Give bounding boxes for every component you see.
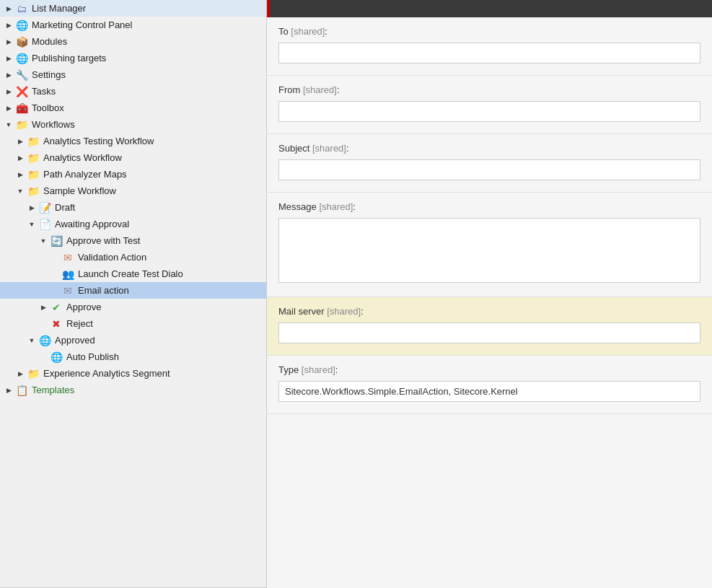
toggle-approved[interactable]: ▼	[26, 337, 38, 344]
toggle-awaiting-approval[interactable]: ▼	[26, 221, 38, 228]
sidebar-item-publishing-targets[interactable]: ▶🌐Publishing targets	[0, 50, 266, 66]
sidebar-item-marketing-control-panel[interactable]: ▶🌐Marketing Control Panel	[0, 17, 266, 33]
sidebar-item-workflows[interactable]: ▼📁Workflows	[0, 116, 266, 133]
sidebar-item-analytics-workflow[interactable]: ▶📁Analytics Workflow	[0, 149, 266, 166]
form-label-type: Type [shared]:	[278, 364, 700, 375]
sidebar-item-tasks[interactable]: ▶❌Tasks	[0, 83, 266, 100]
label-draft: Draft	[55, 202, 75, 213]
input-from[interactable]	[278, 101, 700, 122]
toggle-analytics-testing-workflow[interactable]: ▶	[14, 138, 26, 145]
icon-tasks: ❌	[14, 87, 29, 97]
toggle-workflows[interactable]: ▼	[3, 121, 14, 128]
sidebar-item-approve[interactable]: ▶✔Approve	[0, 299, 266, 315]
input-mail-server[interactable]	[278, 322, 700, 343]
sidebar-item-list-manager[interactable]: ▶🗂List Manager	[0, 0, 266, 17]
toggle-settings[interactable]: ▶	[3, 71, 14, 79]
label-publishing-targets: Publishing targets	[32, 53, 106, 63]
sidebar-item-reject[interactable]: ✖Reject	[0, 315, 266, 332]
sidebar-item-draft[interactable]: ▶📝Draft	[0, 199, 266, 216]
icon-auto-publish: 🌐	[49, 352, 63, 362]
sidebar-item-validation-action[interactable]: ✉Validation Action	[0, 249, 266, 266]
toggle-sample-workflow[interactable]: ▼	[14, 188, 26, 195]
form-label-subject: Subject [shared]:	[278, 143, 700, 154]
label-sample-workflow: Sample Workflow	[43, 185, 116, 196]
toggle-list-manager[interactable]: ▶	[3, 5, 14, 12]
sidebar-item-auto-publish[interactable]: 🌐Auto Publish	[0, 348, 266, 365]
label-toolbox: Toolbox	[32, 102, 64, 113]
form-label-to: To [shared]:	[278, 26, 700, 37]
label-tasks: Tasks	[32, 86, 56, 97]
icon-analytics-workflow: 📁	[26, 153, 40, 163]
input-message[interactable]	[278, 218, 700, 283]
icon-awaiting-approval: 📄	[38, 219, 52, 229]
toggle-toolbox[interactable]: ▶	[3, 105, 14, 112]
icon-workflows: 📁	[14, 120, 29, 130]
icon-list-manager: 🗂	[14, 4, 29, 14]
icon-reject: ✖	[49, 319, 63, 329]
label-settings: Settings	[32, 69, 66, 80]
label-validation-action: Validation Action	[78, 252, 146, 263]
input-subject[interactable]	[278, 159, 700, 180]
label-launch-create-test-dialog: Launch Create Test Dialo	[78, 268, 183, 279]
icon-settings: 🔧	[14, 70, 29, 80]
icon-path-analyzer-maps: 📁	[26, 170, 40, 180]
icon-launch-create-test-dialog: 👥	[61, 269, 75, 279]
sidebar: ▶🗂List Manager▶🌐Marketing Control Panel▶…	[0, 0, 267, 588]
form-section-mail-server: Mail server [shared]:	[267, 297, 712, 356]
form-section-from: From [shared]:	[267, 76, 712, 134]
label-marketing-control-panel: Marketing Control Panel	[32, 19, 132, 30]
toggle-publishing-targets[interactable]: ▶	[3, 55, 14, 62]
label-list-manager: List Manager	[32, 3, 86, 14]
icon-sample-workflow: 📁	[26, 186, 40, 196]
toggle-templates[interactable]: ▶	[3, 387, 14, 394]
toggle-analytics-workflow[interactable]: ▶	[14, 154, 26, 162]
input-type[interactable]	[278, 381, 700, 402]
icon-toolbox: 🧰	[14, 103, 29, 113]
shared-badge-from: [shared]	[303, 84, 337, 95]
sidebar-item-toolbox[interactable]: ▶🧰Toolbox	[0, 100, 266, 116]
form-label-message: Message [shared]:	[278, 201, 700, 212]
toggle-approve-with-test[interactable]: ▼	[38, 237, 49, 245]
toggle-path-analyzer-maps[interactable]: ▶	[14, 171, 26, 178]
label-approve-with-test: Approve with Test	[66, 235, 140, 246]
label-analytics-workflow: Analytics Workflow	[43, 152, 122, 163]
main-panel: To [shared]:From [shared]:Subject [share…	[267, 0, 712, 588]
toggle-experience-analytics-segment[interactable]: ▶	[14, 370, 26, 377]
shared-badge-to: [shared]	[291, 26, 325, 37]
icon-approved: 🌐	[38, 335, 52, 346]
input-to[interactable]	[278, 43, 700, 63]
sidebar-item-email-action[interactable]: ✉Email action	[0, 282, 266, 299]
sidebar-item-approve-with-test[interactable]: ▼🔄Approve with Test	[0, 232, 266, 249]
sidebar-item-analytics-testing-workflow[interactable]: ▶📁Analytics Testing Workflow	[0, 133, 266, 149]
toggle-approve[interactable]: ▶	[38, 304, 49, 311]
sidebar-item-templates[interactable]: ▶📋Templates	[0, 382, 266, 398]
sidebar-item-launch-create-test-dialog[interactable]: 👥Launch Create Test Dialo	[0, 266, 266, 282]
sidebar-item-path-analyzer-maps[interactable]: ▶📁Path Analyzer Maps	[0, 166, 266, 183]
sidebar-item-approved[interactable]: ▼🌐Approved	[0, 332, 266, 348]
toggle-tasks[interactable]: ▶	[3, 88, 14, 95]
toggle-marketing-control-panel[interactable]: ▶	[3, 22, 14, 29]
icon-approve-with-test: 🔄	[49, 236, 63, 246]
sidebar-item-sample-workflow[interactable]: ▼📁Sample Workflow	[0, 183, 266, 199]
sidebar-item-modules[interactable]: ▶📦Modules	[0, 33, 266, 50]
label-approved: Approved	[55, 335, 95, 346]
label-approve: Approve	[66, 302, 101, 312]
label-path-analyzer-maps: Path Analyzer Maps	[43, 169, 127, 180]
icon-marketing-control-panel: 🌐	[14, 20, 29, 30]
label-modules: Modules	[32, 36, 67, 47]
label-reject: Reject	[66, 318, 93, 329]
label-auto-publish: Auto Publish	[66, 351, 119, 362]
toggle-modules[interactable]: ▶	[3, 38, 14, 45]
sidebar-scroll[interactable]: ▶🗂List Manager▶🌐Marketing Control Panel▶…	[0, 0, 266, 587]
form-label-from: From [shared]:	[278, 84, 700, 95]
sidebar-item-awaiting-approval[interactable]: ▼📄Awaiting Approval	[0, 216, 266, 232]
sidebar-item-settings[interactable]: ▶🔧Settings	[0, 66, 266, 83]
shared-badge-type: [shared]	[302, 364, 335, 375]
icon-templates: 📋	[14, 385, 29, 395]
toggle-draft[interactable]: ▶	[26, 204, 38, 211]
icon-draft: 📝	[38, 203, 52, 213]
sidebar-item-experience-analytics-segment[interactable]: ▶📁Experience Analytics Segment	[0, 365, 266, 382]
icon-validation-action: ✉	[61, 253, 75, 263]
form-label-mail-server: Mail server [shared]:	[278, 306, 700, 317]
icon-publishing-targets: 🌐	[14, 53, 29, 63]
